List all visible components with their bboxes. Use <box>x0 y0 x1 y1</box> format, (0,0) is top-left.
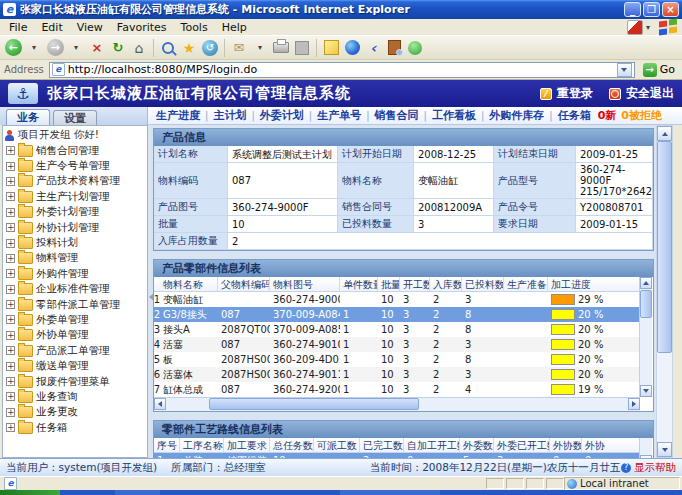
expand-icon[interactable]: + <box>6 423 15 432</box>
parts-horizontal-scrollbar[interactable] <box>154 397 640 411</box>
mail-button[interactable]: ✉ <box>230 38 248 58</box>
expand-icon[interactable]: + <box>6 315 15 324</box>
expand-icon[interactable]: + <box>6 269 15 278</box>
expand-icon[interactable]: + <box>6 285 15 294</box>
table-row[interactable]: 4活塞087360-274-9010F11032320 % <box>154 337 640 352</box>
stop-button[interactable]: × <box>88 38 106 58</box>
column-header[interactable]: 外委已开工数 <box>494 438 550 453</box>
adobe-dropdown-icon[interactable]: ▾ <box>646 23 650 32</box>
scrollbar-thumb[interactable] <box>657 141 672 353</box>
expand-icon[interactable]: + <box>6 146 15 155</box>
sidebar-item[interactable]: +外协计划管理 <box>3 220 147 235</box>
sidebar-item[interactable]: +任务箱 <box>3 420 147 435</box>
forward-dropdown-icon[interactable]: ▾ <box>67 38 85 58</box>
messenger-globe-icon[interactable] <box>343 38 361 58</box>
column-header[interactable]: 生产准备 <box>504 277 548 292</box>
expand-icon[interactable]: + <box>6 162 15 171</box>
nav-item-6[interactable]: 外购件库存 <box>489 108 544 123</box>
research-icon[interactable] <box>385 38 403 58</box>
back-button[interactable]: ← <box>4 38 22 58</box>
scroll-right-icon[interactable] <box>628 398 640 410</box>
adobe-pdf-icon[interactable] <box>627 20 643 35</box>
table-row[interactable]: 7缸体总成087360-274-9200F11032419 % <box>154 382 640 397</box>
scroll-up-icon[interactable] <box>640 277 652 289</box>
nav-item-0[interactable]: 生产进度 <box>156 108 200 123</box>
expand-icon[interactable]: + <box>6 346 15 355</box>
back-dropdown-icon[interactable]: ▾ <box>25 38 43 58</box>
nav-item-3[interactable]: 生产单号 <box>317 108 361 123</box>
mail-dropdown-icon[interactable]: ▾ <box>251 38 269 58</box>
expand-icon[interactable]: + <box>6 408 15 417</box>
expand-icon[interactable]: + <box>6 362 15 371</box>
table-row[interactable]: 1变幅油缸360-274-9000F1032329 % <box>154 292 640 307</box>
column-header[interactable]: 单件数量 <box>340 277 378 292</box>
menu-item-help[interactable]: Help <box>215 20 254 35</box>
column-header[interactable]: 物料名称 <box>160 277 218 292</box>
nav-item-5[interactable]: 工作看板 <box>432 108 476 123</box>
sidebar-item[interactable]: +产品派工单管理 <box>3 343 147 358</box>
sidebar-item[interactable]: +外协单管理 <box>3 328 147 343</box>
column-header[interactable]: 工序名称 <box>180 438 224 453</box>
sidebar-item[interactable]: +销售合同管理 <box>3 143 147 158</box>
maximize-button[interactable]: ❐ <box>643 2 660 17</box>
sidebar-item[interactable]: +外委单管理 <box>3 312 147 327</box>
scrollbar-thumb[interactable] <box>209 398 419 410</box>
column-header[interactable]: 父物料编码 <box>218 277 270 292</box>
sidebar-item[interactable]: +外委计划管理 <box>3 205 147 220</box>
taskbar-button[interactable] <box>340 490 440 495</box>
sidebar-item[interactable]: +报废件管理菜单 <box>3 374 147 389</box>
scroll-down-icon[interactable] <box>657 442 672 457</box>
scrollbar-thumb[interactable] <box>640 290 652 318</box>
logout-button[interactable]: 安全退出 <box>609 85 674 102</box>
sidebar-item[interactable]: +业务更改 <box>3 405 147 420</box>
expand-icon[interactable]: + <box>6 254 15 263</box>
menu-item-file[interactable]: File <box>2 20 34 35</box>
scroll-up-icon[interactable] <box>657 126 672 141</box>
tab-settings[interactable]: 设置 <box>53 110 97 125</box>
column-header[interactable]: 物料图号 <box>270 277 340 292</box>
sidebar-item[interactable]: +零部件派工单管理 <box>3 297 147 312</box>
column-header[interactable]: 批量 <box>378 277 400 292</box>
column-header[interactable]: 外委数 <box>460 438 494 453</box>
column-header[interactable]: 开工数 <box>400 277 430 292</box>
tab-business[interactable]: 业务 <box>6 109 50 125</box>
expand-icon[interactable]: + <box>6 377 15 386</box>
table-row[interactable]: 2G3/8接头087370-009-A084011032820 % <box>154 307 640 322</box>
sidebar-item[interactable]: +物料管理 <box>3 251 147 266</box>
expand-icon[interactable]: + <box>6 300 15 309</box>
expand-icon[interactable]: + <box>6 331 15 340</box>
expand-icon[interactable]: + <box>6 208 15 217</box>
history-button[interactable]: ↺ <box>201 38 219 58</box>
minimize-button[interactable]: _ <box>624 2 641 17</box>
expand-icon[interactable]: + <box>6 239 15 248</box>
relogin-button[interactable]: ⁄ 重登录 <box>540 85 593 102</box>
menu-item-tools[interactable]: Tools <box>174 20 215 35</box>
go-button[interactable]: → Go <box>640 63 678 77</box>
refresh-button[interactable]: ↻ <box>109 38 127 58</box>
menu-item-edit[interactable]: Edit <box>34 20 69 35</box>
table-row[interactable]: 5板2087HS002360-209-4D01011032820 % <box>154 352 640 367</box>
sidebar-item[interactable]: +生产令号单管理 <box>3 158 147 173</box>
forward-button[interactable]: → <box>46 38 64 58</box>
column-header[interactable]: 加工进度 <box>548 277 640 292</box>
menu-item-favorites[interactable]: Favorites <box>110 20 174 35</box>
favorites-button[interactable]: ★ <box>180 38 198 58</box>
windows-taskbar[interactable] <box>0 490 682 495</box>
column-header[interactable]: 外协 <box>582 438 640 453</box>
column-header[interactable]: 已投料数 <box>462 277 504 292</box>
taskbar-button[interactable] <box>115 490 160 495</box>
table-row[interactable]: 6活塞体2087HS002360-274-9011W11032320 % <box>154 367 640 382</box>
menu-item-view[interactable]: View <box>70 20 110 35</box>
search-button[interactable] <box>159 38 177 58</box>
nav-item-2[interactable]: 外委计划 <box>260 108 304 123</box>
close-button[interactable]: × <box>662 2 679 17</box>
expand-icon[interactable]: + <box>6 177 15 186</box>
table-row[interactable]: 3接头A2087QT002370-009-A085011032820 % <box>154 322 640 337</box>
column-header[interactable]: 总任务数 <box>270 438 314 453</box>
scroll-left-icon[interactable] <box>154 398 166 410</box>
home-button[interactable]: ⌂ <box>130 38 148 58</box>
messenger-icon[interactable] <box>406 38 424 58</box>
sidebar-item[interactable]: +外购件管理 <box>3 266 147 281</box>
expand-icon[interactable]: + <box>6 192 15 201</box>
column-header[interactable]: 序号 <box>154 438 180 453</box>
